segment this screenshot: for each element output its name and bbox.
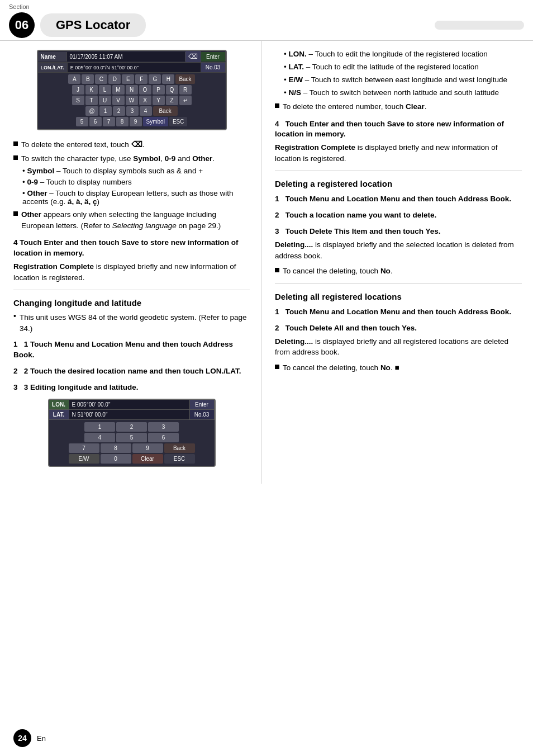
backspace-icon[interactable]: ⌫: [185, 51, 201, 62]
lonlat-step2-heading: 2 2 Touch the desired location name and …: [13, 366, 250, 377]
key-f[interactable]: F: [135, 74, 147, 84]
key-x[interactable]: X: [139, 96, 151, 105]
key-2[interactable]: 2: [113, 106, 125, 116]
lat-label: LAT.: [49, 410, 69, 419]
numpad-9[interactable]: 9: [132, 443, 163, 453]
key-u[interactable]: U: [99, 96, 111, 105]
key-n[interactable]: N: [126, 85, 138, 94]
key-j[interactable]: J: [72, 85, 84, 94]
key-9[interactable]: 9: [130, 117, 142, 126]
keyboard-grid: A B C D E F G H Back J K L M N O: [38, 73, 226, 129]
key-t[interactable]: T: [85, 96, 98, 105]
numpad-7[interactable]: 7: [69, 443, 99, 453]
lonlat-value: E 005°00' 00.0"/N 51°00' 00.0": [68, 63, 201, 72]
key-row-1: A B C D E F G H Back: [40, 74, 224, 84]
09-text: – Touch to display numbers: [38, 178, 132, 186]
numpad-5[interactable]: 5: [116, 433, 147, 442]
step4-first: 4 Touch Enter and then touch Save to sto…: [13, 238, 250, 283]
key-at[interactable]: @: [85, 106, 98, 116]
lon-label-right: LON.: [288, 50, 306, 58]
lonlat-step3-heading: 3 3 Editing longitude and latitude.: [13, 382, 250, 393]
symbol-label: Symbol: [27, 167, 54, 175]
numpad-ew[interactable]: E/W: [69, 454, 99, 464]
step4-right: 4 Touch Enter and then touch Save to sto…: [275, 119, 522, 164]
bullet-square-del-num: [275, 103, 279, 108]
key-m[interactable]: M: [112, 85, 125, 94]
numpad-row-3: 7 8 9 Back: [51, 443, 212, 453]
key-c[interactable]: C: [95, 74, 107, 84]
section-heading-lonlat: Changing longitude and latitude: [13, 298, 250, 308]
screen-mock-2: LON. E 005°00' 00.0" Enter LAT. N 51°00'…: [48, 399, 216, 467]
key-h[interactable]: H: [162, 74, 174, 84]
key-l[interactable]: L: [99, 85, 111, 94]
key-r[interactable]: R: [179, 85, 192, 94]
ns-desc: – Touch to switch between north latitude…: [301, 88, 499, 97]
key-z[interactable]: Z: [166, 96, 178, 105]
section-delete-all: Deleting all registered locations: [275, 292, 522, 301]
right-bullet-lon: • LON. – Touch to edit the longitude of …: [284, 50, 522, 58]
key-enter-arrow[interactable]: ↵: [179, 96, 192, 105]
lat-no03-btn[interactable]: No.03: [190, 410, 215, 419]
numpad-2[interactable]: 2: [116, 422, 147, 432]
numpad-8[interactable]: 8: [101, 443, 131, 453]
key-7[interactable]: 7: [103, 117, 115, 126]
key-g[interactable]: G: [149, 74, 161, 84]
numpad-4[interactable]: 4: [84, 433, 115, 442]
key-d[interactable]: D: [108, 74, 121, 84]
numpad-1[interactable]: 1: [84, 422, 115, 432]
numpad-6[interactable]: 6: [148, 433, 179, 442]
dall-step1-heading: 1 Touch Menu and Location Menu and then …: [275, 307, 522, 318]
right-bullet-lat: • LAT. – Touch to edit the latitude of t…: [284, 63, 522, 71]
key-b[interactable]: B: [82, 74, 94, 84]
numpad-3[interactable]: 3: [148, 422, 179, 432]
key-4[interactable]: 4: [140, 106, 152, 116]
key-5[interactable]: 5: [76, 117, 88, 126]
numpad-esc[interactable]: ESC: [164, 454, 195, 464]
key-v[interactable]: V: [112, 96, 125, 105]
divider-3: [275, 284, 522, 284]
key-q[interactable]: Q: [166, 85, 178, 94]
key-o[interactable]: O: [139, 85, 151, 94]
numpad-0[interactable]: 0: [101, 454, 131, 464]
key-e[interactable]: E: [122, 74, 134, 84]
enter-btn[interactable]: Enter: [201, 52, 226, 62]
no03-btn[interactable]: No.03: [201, 63, 226, 72]
key-p[interactable]: P: [153, 85, 165, 94]
bullet-text-1: To delete the entered text, touch ⌫.: [21, 139, 250, 150]
bullet-wgs: • This unit uses WGS 84 of the world geo…: [13, 312, 250, 334]
bullet-delete-number: To delete the entered number, touch Clea…: [275, 101, 522, 112]
key-w[interactable]: W: [126, 96, 138, 105]
key-1[interactable]: 1: [99, 106, 112, 116]
key-8[interactable]: 8: [116, 117, 129, 126]
key-esc[interactable]: ESC: [169, 117, 188, 126]
key-y[interactable]: Y: [153, 96, 165, 105]
section-delete: Deleting a registered location: [275, 179, 522, 188]
page-title: GPS Locator: [40, 13, 146, 37]
screen-mock-1: Name 01/17/2005 11:07 AM ⌫ Enter LON./LA…: [37, 50, 227, 130]
key-6[interactable]: 6: [89, 117, 102, 126]
key-k[interactable]: K: [85, 85, 98, 94]
screen-row-name: Name 01/17/2005 11:07 AM ⌫ Enter: [38, 51, 226, 63]
key-back-2[interactable]: Back: [153, 106, 178, 116]
step4-right-body: Registration Complete is displayed brief…: [275, 142, 522, 164]
screen-row-lonlat: LON./LAT. E 005°00' 00.0"/N 51°00' 00.0"…: [38, 63, 226, 73]
key-symbol[interactable]: Symbol: [143, 117, 168, 126]
numpad-back[interactable]: Back: [164, 443, 195, 453]
content-area: Name 01/17/2005 11:07 AM ⌫ Enter LON./LA…: [0, 41, 533, 484]
numpad-area: 1 2 3 4 5 6 7 8 9 Back E/W 0: [49, 420, 215, 466]
numpad-clear[interactable]: Clear: [132, 454, 163, 464]
sub-bullet-09: • 0-9 – Touch to display numbers: [22, 178, 250, 186]
bullet-square-3: [13, 211, 18, 216]
section-label: Section: [9, 3, 30, 10]
del-step2-heading: 2 Touch a location name you want to dele…: [275, 210, 522, 221]
key-back-1[interactable]: Back: [175, 74, 194, 84]
dall-cancel-bullet: To cancel the deleting, touch No. ■: [275, 362, 522, 374]
key-row-4: @ 1 2 3 4 Back: [40, 106, 224, 116]
key-3[interactable]: 3: [126, 106, 139, 116]
key-a[interactable]: A: [68, 74, 80, 84]
bullet-square-1: [13, 141, 18, 146]
key-s[interactable]: S: [72, 96, 84, 105]
lon-enter-btn[interactable]: Enter: [190, 400, 215, 409]
09-label: 0-9: [27, 178, 38, 186]
divider-1: [13, 290, 250, 290]
